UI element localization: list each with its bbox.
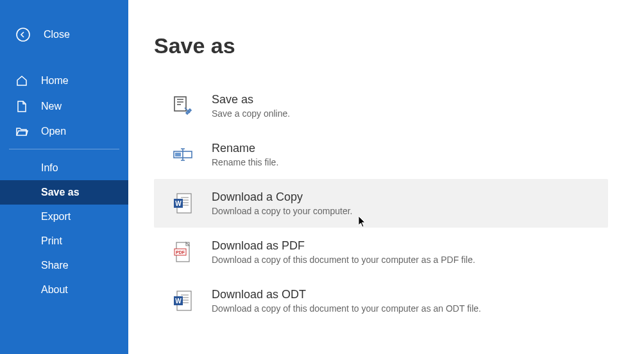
back-arrow-icon [15,27,31,42]
svg-point-0 [17,28,30,41]
close-button[interactable]: Close [0,15,128,54]
option-title: Rename [212,142,278,155]
svg-text:PDF: PDF [176,250,185,255]
new-file-icon [15,100,28,113]
option-desc: Save a copy online. [212,108,290,119]
odt-doc-icon: W [172,290,194,312]
sidebar-item-label: Print [41,235,62,247]
sidebar-item-label: Open [41,126,66,137]
option-desc: Download a copy of this document to your… [212,303,481,314]
option-desc: Download a copy to your computer. [212,206,352,216]
svg-text:W: W [175,200,182,207]
option-download-odt[interactable]: W Download as ODT Download a copy of thi… [154,276,608,325]
pdf-doc-icon: PDF [172,241,194,263]
sidebar-item-save-as[interactable]: Save as [0,180,128,205]
sidebar-item-export[interactable]: Export [0,205,128,229]
sidebar-item-label: New [41,101,62,112]
home-icon [15,74,28,87]
sidebar-item-label: Export [41,211,71,223]
save-as-icon [172,95,194,117]
sidebar-item-new[interactable]: New [0,94,128,119]
sidebar: Close Home New Open Info [0,0,128,354]
option-title: Save as [212,93,290,106]
page-title: Save as [154,33,608,58]
sidebar-item-open[interactable]: Open [0,119,128,144]
sidebar-item-label: About [41,284,68,296]
option-title: Download as PDF [212,239,475,253]
option-title: Download as ODT [212,288,481,301]
close-label: Close [44,29,70,40]
svg-text:W: W [175,298,182,305]
main-panel: Save as Save as Save a copy online. Rena… [128,0,644,354]
sidebar-item-label: Share [41,260,69,271]
folder-open-icon [15,126,28,137]
sidebar-divider [9,149,119,149]
option-desc: Download a copy of this document to your… [212,255,475,265]
sidebar-item-share[interactable]: Share [0,253,128,278]
option-rename[interactable]: Rename Rename this file. [154,130,608,179]
sidebar-item-label: Info [41,162,58,174]
sidebar-item-label: Home [41,75,69,87]
option-title: Download a Copy [212,190,352,204]
sidebar-item-home[interactable]: Home [0,68,128,94]
word-doc-icon: W [172,192,194,214]
sidebar-item-print[interactable]: Print [0,229,128,253]
rename-icon [172,144,194,165]
svg-rect-3 [175,153,181,156]
sidebar-item-label: Save as [41,187,80,198]
sidebar-item-info[interactable]: Info [0,156,128,180]
option-desc: Rename this file. [212,157,278,167]
option-download-copy[interactable]: W Download a Copy Download a copy to you… [154,179,608,228]
option-download-pdf[interactable]: PDF Download as PDF Download a copy of t… [154,228,608,276]
option-save-as[interactable]: Save as Save a copy online. [154,81,608,130]
sidebar-item-about[interactable]: About [0,278,128,302]
